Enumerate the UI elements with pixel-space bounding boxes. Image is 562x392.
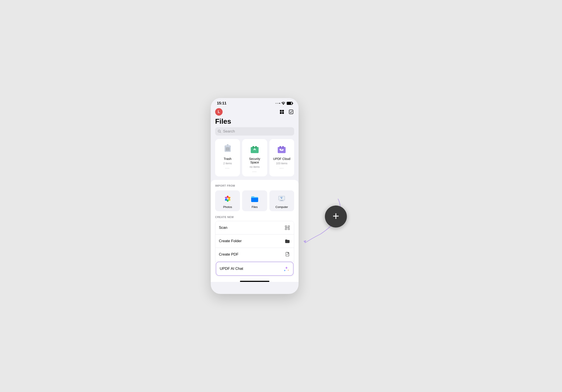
- svg-rect-15: [252, 146, 254, 148]
- svg-rect-36: [279, 201, 284, 201]
- security-space-sublabel: no items: [250, 165, 259, 168]
- scene: 15:11 L: [211, 98, 351, 294]
- status-icons: [275, 102, 293, 105]
- storage-cards: Trash 2 items ··· Security Space: [211, 139, 299, 176]
- trash-card[interactable]: Trash 2 items ···: [215, 139, 240, 176]
- security-space-more[interactable]: ···: [252, 170, 257, 174]
- bottom-sheet: IMPORT FROM: [211, 180, 299, 282]
- updf-ai-chat-item[interactable]: UPDF AI Chat: [216, 262, 293, 276]
- updf-cloud-sublabel: 103 items: [276, 162, 287, 165]
- svg-rect-38: [288, 226, 290, 227]
- scan-icon: [284, 225, 291, 231]
- updf-cloud-label: UPDF Cloud: [273, 157, 291, 161]
- home-indicator: [240, 281, 269, 282]
- svg-rect-21: [282, 146, 284, 148]
- create-folder-icon: [284, 238, 291, 244]
- svg-rect-5: [289, 110, 293, 114]
- svg-rect-3: [280, 112, 282, 114]
- trash-icon: [222, 143, 234, 155]
- page-title: Files: [211, 116, 299, 127]
- photos-icon: [223, 194, 233, 203]
- svg-point-0: [283, 104, 284, 105]
- create-folder-label: Create Folder: [219, 239, 242, 243]
- import-grid: Photos Files: [215, 190, 294, 211]
- import-photos-card[interactable]: Photos: [215, 190, 240, 211]
- svg-rect-39: [285, 229, 287, 230]
- wifi-icon: [281, 102, 285, 105]
- svg-rect-35: [280, 200, 283, 201]
- svg-rect-18: [254, 150, 255, 151]
- svg-rect-2: [282, 110, 284, 112]
- svg-rect-20: [280, 146, 281, 148]
- status-bar: 15:11: [211, 98, 299, 107]
- updf-ai-chat-label: UPDF AI Chat: [220, 267, 243, 271]
- avatar[interactable]: L: [215, 108, 222, 116]
- security-space-icon: [248, 143, 261, 155]
- create-section-label: CREATE NEW: [215, 216, 294, 219]
- import-files-card[interactable]: Files: [242, 190, 267, 211]
- create-pdf-label: Create PDF: [219, 252, 239, 257]
- trash-more[interactable]: ···: [225, 166, 230, 170]
- updf-cloud-card[interactable]: UPDF Cloud 103 items ···: [269, 139, 294, 176]
- create-pdf-icon: [284, 251, 291, 258]
- security-space-card[interactable]: Security Space no items ···: [242, 139, 267, 176]
- files-label: Files: [252, 205, 258, 209]
- grid-view-button[interactable]: [279, 109, 285, 115]
- phone-frame: 15:11 L: [211, 98, 299, 294]
- svg-point-31: [227, 198, 229, 200]
- computer-label: Computer: [276, 205, 288, 209]
- import-section-label: IMPORT FROM: [215, 184, 294, 187]
- scan-label: Scan: [219, 225, 227, 230]
- updf-cloud-icon: [276, 143, 288, 155]
- svg-rect-9: [225, 145, 230, 146]
- create-pdf-item[interactable]: Create PDF: [215, 248, 294, 261]
- svg-rect-37: [285, 226, 287, 227]
- computer-icon: [277, 194, 286, 203]
- create-list: Scan Create Folder: [215, 221, 294, 276]
- fab-button[interactable]: +: [325, 206, 347, 227]
- updf-ai-chat-icon: [283, 266, 290, 272]
- svg-point-34: [281, 199, 282, 199]
- import-computer-card[interactable]: Computer: [269, 190, 294, 211]
- svg-rect-16: [255, 146, 257, 148]
- signal-icon: [275, 103, 280, 104]
- status-time: 15:11: [217, 101, 226, 105]
- trash-sublabel: 2 items: [223, 162, 232, 165]
- svg-rect-4: [282, 112, 284, 114]
- search-bar[interactable]: Search: [215, 127, 294, 135]
- files-icon: [250, 194, 259, 203]
- scan-item[interactable]: Scan: [215, 221, 294, 235]
- search-placeholder: Search: [223, 129, 235, 134]
- updf-cloud-more[interactable]: ···: [280, 166, 284, 170]
- trash-label: Trash: [224, 157, 231, 161]
- search-icon: [218, 130, 221, 133]
- create-folder-item[interactable]: Create Folder: [215, 235, 294, 248]
- photos-label: Photos: [223, 205, 232, 209]
- svg-rect-13: [227, 144, 229, 145]
- fab-plus-icon: +: [333, 210, 339, 222]
- battery-icon: [287, 102, 293, 105]
- svg-rect-1: [280, 110, 282, 112]
- app-header: L: [211, 107, 299, 116]
- select-button[interactable]: [288, 109, 294, 115]
- svg-rect-40: [288, 229, 290, 230]
- header-icons: [279, 109, 294, 115]
- security-space-label: Security Space: [244, 157, 265, 164]
